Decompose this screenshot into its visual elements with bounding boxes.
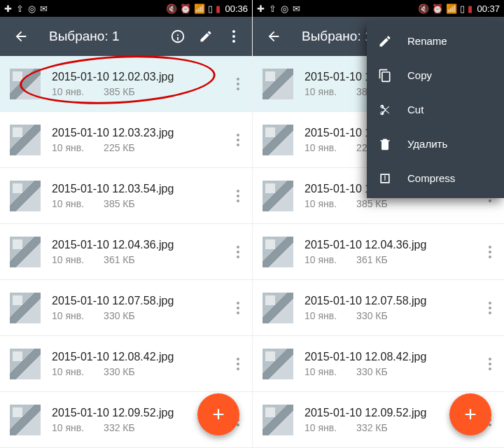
- back-arrow-icon[interactable]: [7, 22, 35, 50]
- row-overflow-icon[interactable]: [227, 179, 249, 213]
- row-overflow-icon[interactable]: [479, 235, 501, 269]
- pencil-icon[interactable]: [192, 22, 220, 50]
- file-thumbnail: [262, 181, 293, 211]
- file-thumbnail: [262, 293, 293, 323]
- status-alarm-icon: ⏰: [432, 4, 443, 13]
- file-size: 225 КБ: [104, 142, 135, 153]
- context-menu-item-compress[interactable]: Compress: [367, 161, 504, 195]
- context-menu-label: Cut: [407, 104, 493, 115]
- file-row[interactable]: 2015-01-10 12.07.58.jpg10 янв.330 КБ: [0, 280, 252, 336]
- status-mute-icon: 🔇: [418, 4, 429, 13]
- file-size: 385 КБ: [356, 198, 388, 209]
- row-overflow-icon[interactable]: [227, 291, 249, 325]
- status-app-icon: ◎: [28, 4, 36, 13]
- file-name: 2015-01-10 12.08.42.jpg: [304, 351, 479, 363]
- context-menu-label: Rename: [407, 35, 493, 47]
- fab-add-button[interactable]: +: [449, 393, 491, 435]
- row-overflow-icon[interactable]: [227, 347, 249, 381]
- file-row[interactable]: 2015-01-10 12.08.42.jpg10 янв.330 КБ: [253, 336, 504, 392]
- context-menu-item-rename[interactable]: Rename: [367, 24, 504, 58]
- trash-icon: [378, 137, 392, 151]
- phone-right: ✚ ⇧ ◎ ✉ 🔇 ⏰ 📶 ▯ ▮ 00:37 Выбрано: 1 2015-…: [252, 0, 504, 448]
- file-name: 2015-01-10 12.04.36.jpg: [52, 239, 227, 251]
- file-row[interactable]: 2015-01-10 12.03.23.jpg10 янв.225 КБ: [0, 112, 252, 168]
- file-row[interactable]: 2015-01-10 12.08.42.jpg10 янв.330 КБ: [0, 336, 252, 392]
- file-date: 10 янв.: [52, 254, 84, 265]
- file-name: 2015-01-10 12.03.54.jpg: [52, 183, 227, 195]
- file-thumbnail: [10, 405, 41, 435]
- file-row[interactable]: 2015-01-10 12.07.58.jpg10 янв.330 КБ: [253, 280, 504, 336]
- file-name: 2015-01-10 12.04.36.jpg: [304, 239, 479, 251]
- file-row[interactable]: 2015-01-10 12.04.36.jpg10 янв.361 КБ: [253, 224, 504, 280]
- file-date: 10 янв.: [304, 422, 337, 433]
- context-menu-label: Copy: [407, 69, 493, 81]
- file-name: 2015-01-10 12.08.42.jpg: [52, 351, 227, 363]
- file-info: 2015-01-10 12.07.58.jpg10 янв.330 КБ: [304, 295, 479, 321]
- row-overflow-icon[interactable]: [227, 235, 249, 269]
- pencil-icon: [378, 34, 392, 48]
- status-battery-icon: ▮: [468, 4, 472, 13]
- status-mute-icon: 🔇: [166, 4, 177, 13]
- file-name: 2015-01-10 12.03.23.jpg: [52, 127, 227, 139]
- file-thumbnail: [262, 125, 293, 155]
- row-overflow-icon[interactable]: [227, 67, 249, 101]
- file-info: 2015-01-10 12.04.36.jpg10 янв.361 КБ: [52, 239, 227, 265]
- file-date: 10 янв.: [304, 198, 337, 209]
- file-thumbnail: [10, 69, 41, 99]
- row-overflow-icon[interactable]: [479, 347, 501, 381]
- file-date: 10 янв.: [304, 366, 337, 377]
- file-info: 2015-01-10 12.08.42.jpg10 янв.330 КБ: [52, 351, 227, 377]
- fab-add-button[interactable]: +: [197, 393, 239, 435]
- file-date: 10 янв.: [52, 366, 84, 377]
- context-menu-item-copy[interactable]: Copy: [367, 58, 504, 92]
- file-name: 2015-01-10 12.07.58.jpg: [52, 295, 227, 307]
- file-thumbnail: [10, 349, 41, 379]
- file-size: 332 КБ: [104, 422, 135, 433]
- status-upload-icon: ⇧: [269, 4, 276, 13]
- file-size: 330 КБ: [104, 310, 135, 321]
- file-info: 2015-01-10 12.02.03.jpg10 янв.385 КБ: [52, 71, 227, 97]
- plus-icon: +: [464, 402, 477, 426]
- file-thumbnail: [10, 237, 41, 267]
- file-size: 330 КБ: [356, 310, 388, 321]
- file-row[interactable]: 2015-01-10 12.04.36.jpg10 янв.361 КБ: [0, 224, 252, 280]
- row-overflow-icon[interactable]: [479, 291, 501, 325]
- status-mail-icon: ✉: [293, 4, 300, 13]
- plus-icon: +: [212, 402, 225, 426]
- context-menu-item-удалить[interactable]: Удалить: [367, 127, 504, 161]
- status-mail-icon: ✉: [40, 4, 48, 13]
- status-time: 00:37: [477, 4, 500, 14]
- file-row[interactable]: 2015-01-10 12.02.03.jpg10 янв.385 КБ: [0, 56, 252, 112]
- file-size: 330 КБ: [104, 366, 135, 377]
- info-icon[interactable]: [164, 22, 192, 50]
- status-wifi-icon: 📶: [446, 4, 457, 13]
- file-date: 10 янв.: [52, 86, 84, 97]
- status-signal-icon: ▯: [460, 4, 465, 13]
- status-plus-icon: ✚: [4, 4, 12, 13]
- status-signal-icon: ▯: [208, 4, 213, 13]
- compress-icon: [378, 172, 392, 186]
- context-menu: RenameCopyCutУдалитьCompress: [367, 21, 504, 198]
- context-menu-label: Compress: [407, 172, 493, 184]
- file-info: 2015-01-10 12.04.36.jpg10 янв.361 КБ: [304, 239, 479, 265]
- file-size: 361 КБ: [356, 254, 388, 265]
- row-overflow-icon[interactable]: [227, 123, 249, 157]
- file-date: 10 янв.: [304, 142, 337, 153]
- back-arrow-icon[interactable]: [260, 22, 288, 50]
- file-date: 10 янв.: [52, 422, 84, 433]
- file-name: 2015-01-10 12.07.58.jpg: [304, 295, 479, 307]
- status-plus-icon: ✚: [257, 4, 265, 13]
- file-thumbnail: [262, 69, 293, 99]
- file-row[interactable]: 2015-01-10 12.03.54.jpg10 янв.385 КБ: [0, 168, 252, 224]
- status-bar: ✚ ⇧ ◎ ✉ 🔇 ⏰ 📶 ▯ ▮ 00:37: [253, 0, 504, 17]
- file-thumbnail: [262, 237, 293, 267]
- file-size: 385 КБ: [104, 198, 135, 209]
- file-info: 2015-01-10 12.03.54.jpg10 янв.385 КБ: [52, 183, 227, 209]
- overflow-menu-icon[interactable]: [220, 22, 248, 50]
- file-info: 2015-01-10 12.07.58.jpg10 янв.330 КБ: [52, 295, 227, 321]
- file-size: 330 КБ: [356, 366, 388, 377]
- file-info: 2015-01-10 12.08.42.jpg10 янв.330 КБ: [304, 351, 479, 377]
- phone-left: ✚ ⇧ ◎ ✉ 🔇 ⏰ 📶 ▯ ▮ 00:36 Выбрано: 1: [0, 0, 252, 448]
- context-menu-item-cut[interactable]: Cut: [367, 92, 504, 127]
- file-date: 10 янв.: [304, 254, 337, 265]
